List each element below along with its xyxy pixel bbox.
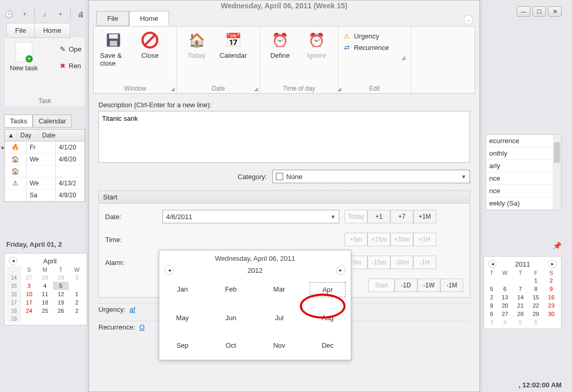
calendar-day[interactable]: 20 bbox=[497, 301, 513, 310]
calendar-day[interactable]: 10 bbox=[21, 290, 37, 298]
dropdown-icon[interactable]: ▾ bbox=[55, 8, 66, 20]
new-task-button[interactable]: New task bbox=[8, 40, 40, 74]
calendar-day[interactable]: 6 bbox=[528, 318, 544, 326]
calendar-day[interactable]: 29 bbox=[528, 310, 544, 318]
recurrence-link[interactable]: O bbox=[139, 323, 145, 331]
calendar-day[interactable]: 27 bbox=[21, 273, 37, 282]
calendar-day[interactable]: 3 bbox=[21, 282, 37, 290]
calendar-day[interactable]: 28 bbox=[513, 310, 528, 318]
calendar-day[interactable]: 6 bbox=[497, 285, 513, 293]
calendar-day[interactable]: 7 bbox=[513, 285, 528, 293]
dialog-tab-home[interactable]: Home bbox=[129, 11, 169, 26]
open-button[interactable]: ✎Ope bbox=[58, 45, 82, 53]
dialog-tab-file[interactable]: File bbox=[96, 11, 129, 26]
month-dec[interactable]: Dec bbox=[310, 338, 346, 352]
quick-1M[interactable]: -1M bbox=[440, 279, 463, 292]
prev-month-button[interactable]: ◂ bbox=[9, 257, 17, 265]
quick-1H[interactable]: +1H bbox=[413, 233, 436, 246]
quick-15m[interactable]: -15m bbox=[367, 256, 390, 269]
calendar-day[interactable]: 5 bbox=[513, 318, 528, 326]
quick-Start[interactable]: Start bbox=[368, 279, 395, 292]
maximize-button[interactable]: ☐ bbox=[532, 6, 546, 17]
quick-1D[interactable]: -1D bbox=[395, 279, 417, 292]
month-sep[interactable]: Sep bbox=[164, 338, 200, 352]
datepicker-next[interactable]: ▸ bbox=[336, 265, 346, 275]
calendar-day[interactable]: 3 bbox=[69, 273, 85, 282]
calendar-day[interactable]: 4 bbox=[37, 282, 53, 290]
calendar-day[interactable]: 4 bbox=[497, 318, 513, 326]
menu-home[interactable]: Home bbox=[34, 23, 70, 38]
menu-file[interactable]: File bbox=[6, 23, 34, 38]
calendar-day[interactable] bbox=[69, 315, 85, 323]
list-item[interactable]: nce bbox=[486, 172, 561, 185]
calendar-day[interactable]: 30 bbox=[543, 310, 559, 318]
calendar-day[interactable]: 14 bbox=[513, 293, 528, 301]
tab-tasks[interactable]: Tasks bbox=[4, 115, 33, 128]
calendar-day[interactable]: 18 bbox=[37, 298, 53, 307]
quick-1W[interactable]: -1W bbox=[417, 279, 440, 292]
remove-button[interactable]: ✖Ren bbox=[58, 61, 82, 70]
table-row[interactable]: 🏠We4/6/20 bbox=[5, 154, 85, 166]
clock-icon[interactable]: 🕒 bbox=[3, 8, 15, 20]
quick-5m[interactable]: +5m bbox=[345, 233, 367, 246]
quick-30m[interactable]: +30m bbox=[390, 233, 413, 246]
calendar-button[interactable]: 📅 Calendar bbox=[218, 29, 249, 61]
calendar-day[interactable] bbox=[53, 315, 69, 323]
calendar-day[interactable]: 2 bbox=[543, 276, 559, 285]
define-time-button[interactable]: ⏰ Define bbox=[264, 29, 296, 61]
calendar-day[interactable]: 22 bbox=[528, 301, 544, 310]
calendar-day[interactable]: 11 bbox=[37, 290, 53, 298]
music-note-icon[interactable]: ♪ bbox=[39, 8, 50, 20]
calendar-day[interactable]: 16 bbox=[543, 293, 559, 301]
category-select[interactable]: None bbox=[272, 170, 470, 183]
calendar-day[interactable]: 24 bbox=[21, 307, 37, 315]
datepicker-year[interactable]: 2012 bbox=[248, 267, 263, 274]
list-item[interactable]: onthly bbox=[486, 147, 561, 160]
list-item[interactable]: ecurrence bbox=[486, 135, 561, 147]
urgency-button[interactable]: ⚠ Urgency bbox=[342, 32, 379, 40]
prev-year-button[interactable]: ◂ bbox=[488, 260, 497, 268]
calendar-day[interactable]: 23 bbox=[543, 301, 559, 310]
recurrence-button[interactable]: ⇄ Recurrence bbox=[342, 43, 389, 52]
quick-1H[interactable]: -1H bbox=[413, 256, 436, 269]
calendar-day[interactable] bbox=[497, 276, 513, 285]
date-input[interactable]: 4/6/2011 bbox=[162, 210, 339, 223]
calendar-day[interactable] bbox=[543, 318, 559, 326]
urgency-link[interactable]: af bbox=[130, 306, 135, 313]
table-row[interactable]: ⚠We4/13/2 bbox=[5, 178, 85, 189]
calendar-day[interactable]: 9 bbox=[486, 301, 497, 310]
calendar-day[interactable]: 27 bbox=[497, 310, 513, 318]
calendar-day[interactable]: 3 bbox=[486, 318, 497, 326]
calendar-day[interactable] bbox=[37, 315, 53, 323]
scrollbar[interactable] bbox=[553, 135, 561, 210]
grid-header-date[interactable]: Date bbox=[39, 130, 85, 141]
calendar-day[interactable]: 1 bbox=[69, 290, 85, 298]
next-year-button[interactable]: ▸ bbox=[549, 260, 557, 268]
month-feb[interactable]: Feb bbox=[213, 282, 249, 297]
calendar-day[interactable]: 6 bbox=[486, 310, 497, 318]
tab-calendar[interactable]: Calendar bbox=[33, 115, 72, 128]
calendar-day[interactable]: 8 bbox=[528, 285, 544, 293]
month-oct[interactable]: Oct bbox=[213, 338, 249, 352]
table-row[interactable]: 🏠 bbox=[5, 166, 85, 178]
quick-15m[interactable]: +15m bbox=[367, 233, 390, 246]
calendar-day[interactable] bbox=[21, 315, 37, 323]
month-aug[interactable]: Aug bbox=[310, 311, 346, 325]
quick-7[interactable]: +7 bbox=[390, 210, 413, 223]
calendar-day[interactable] bbox=[486, 276, 497, 285]
calendar-day[interactable]: 26 bbox=[53, 307, 69, 315]
today-button[interactable]: 🏠 Today bbox=[181, 29, 212, 61]
calendar-day[interactable]: 29 bbox=[53, 273, 69, 282]
calendar-day[interactable]: 1 bbox=[528, 276, 544, 285]
quick-1[interactable]: +1 bbox=[367, 210, 390, 223]
calendar-day[interactable]: 5 bbox=[486, 285, 497, 293]
description-input[interactable] bbox=[98, 111, 470, 163]
quick-30m[interactable]: -30m bbox=[390, 256, 413, 269]
close-button[interactable]: Close bbox=[134, 29, 166, 61]
calendar-day[interactable]: 17 bbox=[21, 298, 37, 307]
month-jan[interactable]: Jan bbox=[164, 282, 200, 297]
calendar-day[interactable]: 13 bbox=[497, 293, 513, 301]
calendar-day[interactable] bbox=[69, 282, 85, 290]
quick-1M[interactable]: +1M bbox=[413, 210, 436, 223]
calendar-day[interactable] bbox=[513, 276, 528, 285]
